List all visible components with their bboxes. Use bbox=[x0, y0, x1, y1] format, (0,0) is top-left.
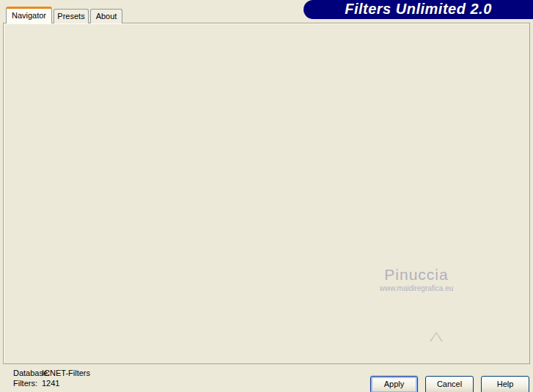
help-button[interactable]: Help bbox=[481, 376, 529, 392]
database-value: ICNET-Filters bbox=[42, 369, 90, 377]
tab-navigator[interactable]: Navigator bbox=[6, 7, 52, 23]
tab-presets[interactable]: Presets bbox=[54, 9, 89, 23]
tab-about[interactable]: About bbox=[90, 9, 122, 23]
cancel-button[interactable]: Cancel bbox=[425, 376, 474, 392]
mode-slider-thumb[interactable] bbox=[431, 333, 441, 341]
window-title: Filters Unlimited 2.0 bbox=[345, 1, 492, 17]
window-title-banner: Filters Unlimited 2.0 bbox=[304, 0, 533, 19]
apply-button[interactable]: Apply bbox=[370, 376, 418, 392]
database-label: Database: bbox=[13, 368, 42, 378]
tab-page bbox=[3, 23, 530, 364]
filters-value: 1241 bbox=[42, 379, 59, 388]
status-database-row: Database:ICNET-Filters bbox=[13, 368, 90, 378]
status-filters-row: Filters:1241 bbox=[13, 378, 90, 388]
status-bar: Database:ICNET-Filters Filters:1241 bbox=[13, 368, 90, 388]
filters-label: Filters: bbox=[13, 378, 42, 388]
